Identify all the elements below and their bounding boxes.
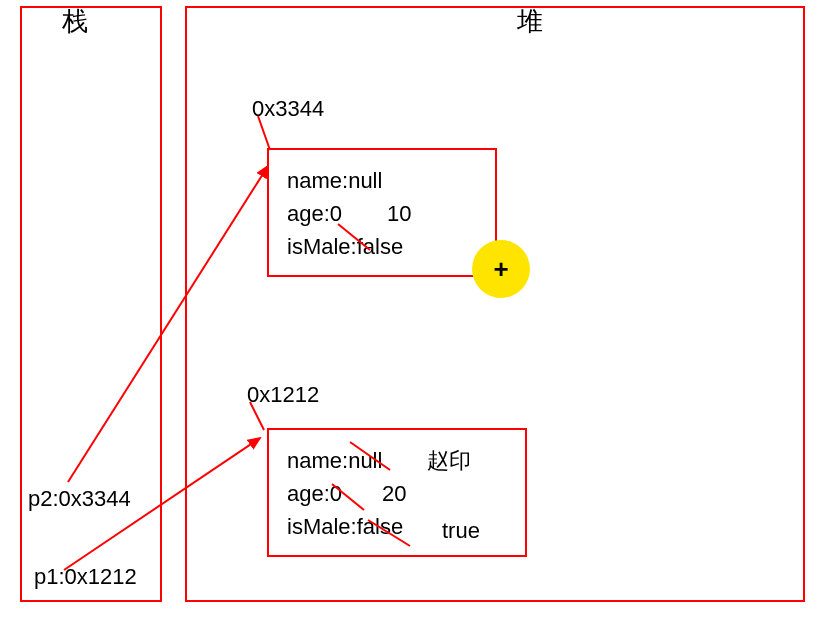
obj2-age-new: 20 xyxy=(382,477,406,510)
object2-address: 0x1212 xyxy=(247,382,319,408)
obj2-name-line: name:null xyxy=(287,448,382,473)
plus-icon: + xyxy=(493,254,508,285)
object1-address: 0x3344 xyxy=(252,96,324,122)
cursor-highlight: + xyxy=(472,240,530,298)
obj1-name-line: name:null xyxy=(287,164,477,197)
obj2-age-line: age:0 xyxy=(287,481,342,506)
stack-title: 栈 xyxy=(62,4,88,39)
heap-region: 堆 0x3344 name:null age:0 10 isMale:false… xyxy=(185,6,805,602)
pointer-p1: p1:0x1212 xyxy=(34,564,137,590)
stack-region: 栈 p2:0x3344 p1:0x1212 xyxy=(20,6,162,602)
obj2-ismale-line: isMale:false xyxy=(287,514,403,539)
heap-object-1: name:null age:0 10 isMale:false xyxy=(267,148,497,277)
obj1-age-new: 10 xyxy=(387,197,411,230)
obj2-name-new: 赵印 xyxy=(427,444,471,477)
obj2-ismale-new: true xyxy=(442,514,480,547)
obj1-ismale-line: isMale:false xyxy=(287,230,477,263)
heap-object-2: name:null 赵印 age:0 20 isMale:false true xyxy=(267,428,527,557)
obj1-age-line: age:0 xyxy=(287,201,342,226)
pointer-p2: p2:0x3344 xyxy=(28,486,131,512)
heap-title: 堆 xyxy=(517,4,543,39)
